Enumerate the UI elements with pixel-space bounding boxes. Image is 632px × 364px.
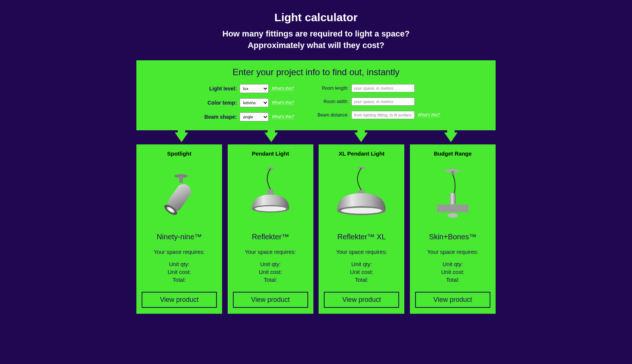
svg-rect-15 (451, 171, 454, 175)
beam-distance-help-link[interactable]: What's this? (418, 112, 440, 117)
subtitle-line-1: How many fittings are required to light … (130, 28, 502, 40)
beam-shape-help-link[interactable]: What's this? (272, 114, 294, 119)
svg-rect-23 (456, 204, 458, 213)
light-level-select[interactable]: lux (240, 84, 269, 93)
card-requires-label: Your space requires: (154, 249, 205, 255)
card-type-label: Pendant Light (252, 150, 289, 157)
beam-shape-label: Beam shape: (192, 114, 237, 120)
svg-point-9 (255, 206, 286, 211)
card-product-name: Reflekter™ (252, 233, 289, 241)
card-type-label: Budget Range (434, 150, 472, 157)
card-total-label: Total: (350, 276, 373, 284)
product-card-spotlight: Spotlight (136, 144, 222, 314)
svg-point-27 (448, 213, 458, 218)
card-total-label: Total: (441, 276, 465, 284)
arrow-down-icon (444, 132, 458, 142)
svg-rect-22 (452, 204, 454, 213)
product-card-pendant: Pendant Light Reflekter™ Yo (228, 144, 313, 314)
page-subtitle: How many fittings are required to light … (130, 28, 502, 51)
card-type-label: Spotlight (167, 150, 192, 157)
page-title: Light calculator (130, 11, 502, 24)
svg-rect-7 (268, 189, 274, 195)
svg-rect-1 (179, 176, 183, 183)
card-cost-label: Unit cost: (441, 268, 465, 276)
card-cost-label: Unit cost: (168, 268, 191, 276)
budget-product-image (419, 160, 486, 227)
card-type-label: XL Pendant Light (339, 150, 385, 157)
color-temp-select[interactable]: kelvins (240, 98, 269, 107)
arrow-down-icon (354, 132, 368, 142)
card-product-name: Skin+Bones™ (429, 233, 476, 241)
card-requires-label: Your space requires: (336, 249, 387, 255)
form-heading: Enter your project info to find out, ins… (145, 67, 487, 77)
room-length-input[interactable] (351, 84, 415, 92)
card-product-name: Reflekter™ XL (337, 233, 386, 241)
card-total-label: Total: (168, 276, 191, 284)
card-cost-label: Unit cost: (259, 268, 282, 276)
product-card-xl-pendant: XL Pendant Light Reflekter™ XL (319, 144, 404, 314)
subtitle-line-2: Approximately what will they cost? (130, 40, 502, 51)
form-panel: Enter your project info to find out, ins… (136, 60, 496, 130)
beam-shape-select[interactable]: angle (240, 112, 269, 121)
card-qty-label: Unit qty: (259, 260, 282, 268)
view-product-button[interactable]: View product (415, 292, 490, 308)
view-product-button[interactable]: View product (233, 292, 308, 308)
svg-rect-16 (450, 193, 456, 204)
arrow-down-icon (175, 132, 188, 142)
card-requires-label: Your space requires: (245, 249, 296, 255)
svg-point-13 (341, 208, 382, 214)
arrows-row (136, 132, 496, 142)
room-length-label: Room length: (307, 86, 348, 91)
room-width-input[interactable] (351, 98, 415, 106)
arrow-down-icon (265, 132, 278, 142)
svg-rect-18 (437, 204, 439, 213)
beam-distance-label: Beam distance: (307, 112, 348, 118)
svg-rect-19 (441, 204, 443, 213)
pendant-product-image (237, 160, 304, 227)
product-card-budget: Budget Range (410, 144, 496, 314)
card-requires-label: Your space requires: (427, 249, 478, 255)
view-product-button[interactable]: View product (142, 292, 217, 308)
card-product-name: Ninety-nine™ (157, 233, 202, 241)
color-temp-label: Color temp: (192, 100, 237, 106)
svg-rect-24 (459, 204, 462, 213)
view-product-button[interactable]: View product (324, 292, 399, 308)
beam-distance-input[interactable] (351, 111, 415, 119)
light-level-help-link[interactable]: What's this? (272, 86, 294, 91)
svg-rect-25 (463, 204, 465, 213)
svg-rect-21 (448, 204, 451, 213)
xl-pendant-product-image (328, 160, 395, 227)
card-qty-label: Unit qty: (441, 260, 465, 268)
color-temp-help-link[interactable]: What's this? (272, 100, 294, 105)
cards-row: Spotlight (136, 144, 496, 314)
svg-rect-20 (445, 204, 447, 213)
room-width-label: Room width: (307, 99, 348, 104)
card-total-label: Total: (259, 276, 282, 284)
card-qty-label: Unit qty: (168, 260, 191, 268)
light-level-label: Light level: (192, 86, 237, 92)
card-qty-label: Unit qty: (350, 260, 373, 268)
spotlight-product-image (146, 160, 213, 227)
svg-rect-26 (466, 204, 468, 213)
card-cost-label: Unit cost: (350, 268, 373, 276)
